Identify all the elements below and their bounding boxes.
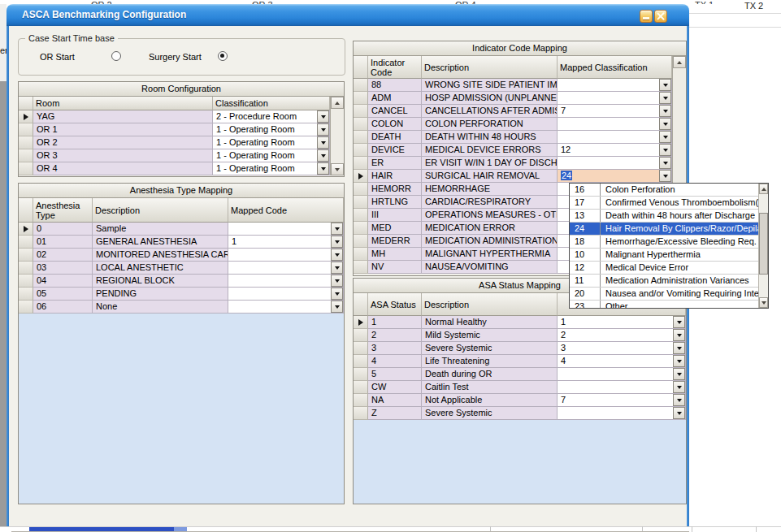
asa-status-cell[interactable]: CW [368,381,422,394]
column-header-anesthesia-type[interactable]: Anesthesia Type [33,198,93,223]
mapped-classification-combo[interactable] [558,92,672,105]
dropdown-button[interactable] [673,329,685,341]
mapped-classification-combo[interactable] [558,79,672,92]
dropdown-item[interactable]: 12 Medical Device Error [570,262,758,275]
asa-status-cell[interactable]: NA [368,394,422,407]
column-header-asa-status[interactable]: ASA Status [368,293,422,316]
indicator-code-cell[interactable]: HEMORR [368,183,422,196]
dropdown-item[interactable]: 13 Death within 48 hours after Discharge [570,210,758,223]
mapped-classification-combo[interactable]: 24 [558,170,672,183]
dropdown-item[interactable]: 20 Nausea and/or Vomiting Requiring Inte… [570,288,758,301]
anesthesia-type-cell[interactable]: 04 [33,275,93,288]
mapped-classification-combo[interactable] [558,157,672,170]
row-selector[interactable] [354,105,368,118]
dropdown-scrollbar[interactable] [758,184,768,308]
dropdown-button[interactable] [317,123,329,136]
dropdown-button[interactable] [673,381,685,393]
row-selector[interactable] [354,118,368,131]
column-header-mapped-classification[interactable]: Mapped Classification [558,56,672,79]
dropdown-button[interactable] [331,275,343,287]
row-selector[interactable] [354,248,368,261]
description-cell[interactable]: CANCELLATIONS AFTER ADMIS [422,105,558,118]
anesthesia-type-cell[interactable]: 0 [33,223,93,236]
radio-or-start[interactable] [111,51,121,61]
anesthesia-type-cell[interactable]: 01 [33,236,93,249]
scroll-down-button[interactable] [331,163,344,175]
mapped-combo[interactable]: 3 [558,342,686,355]
description-cell[interactable]: REGIONAL BLOCK [93,275,228,288]
description-cell[interactable]: GENERAL ANESTHESIA [93,236,228,249]
column-header-mapped-code[interactable]: Mapped Code [228,198,344,223]
asa-status-cell[interactable]: 3 [368,342,422,355]
scroll-up-button[interactable] [673,56,686,68]
row-selector[interactable] [354,92,368,105]
mapped-combo[interactable]: 1 [558,316,686,329]
row-selector[interactable] [19,301,33,314]
dropdown-button[interactable] [317,149,329,162]
mapped-classification-combo[interactable] [558,118,672,131]
description-cell[interactable]: ER VISIT W/IN 1 DAY OF DISCH [422,157,558,170]
dropdown-button[interactable] [331,301,343,313]
row-selector[interactable] [19,110,33,123]
description-cell[interactable]: Severe Systemic [422,407,558,420]
mapped-code-combo[interactable] [228,262,344,275]
row-selector[interactable] [354,131,368,144]
mapped-combo[interactable] [558,407,686,420]
room-cell[interactable]: OR 4 [33,162,213,175]
dropdown-item[interactable]: 10 Malignant Hyperthermia [570,249,758,262]
row-selector[interactable] [19,275,33,288]
indicator-code-cell[interactable]: ADM [368,92,422,105]
dropdown-button[interactable] [331,262,343,274]
mapped-code-combo[interactable] [228,301,344,314]
mapped-combo[interactable]: 7 [558,394,686,407]
indicator-code-cell[interactable]: MEDERR [368,235,422,248]
dropdown-item[interactable]: 16 Colon Perforation [570,184,758,197]
row-selector[interactable] [354,183,368,196]
anesthesia-type-cell[interactable]: 02 [33,249,93,262]
row-selector[interactable] [19,249,33,262]
radio-surgery-start[interactable] [218,51,228,61]
classification-combo[interactable]: 1 - Operating Room [213,149,330,162]
dropdown-button[interactable] [659,131,671,143]
description-cell[interactable]: LOCAL ANESTHETIC [93,262,228,275]
mapped-code-combo[interactable] [228,288,344,301]
description-cell[interactable]: DEATH WITHIN 48 HOURS [422,131,558,144]
row-selector[interactable] [19,288,33,301]
scroll-up-button[interactable] [759,184,768,194]
indicator-code-cell[interactable]: ER [368,157,422,170]
row-selector[interactable] [354,407,368,420]
indicator-code-cell[interactable]: DEVICE [368,144,422,157]
mapped-code-combo[interactable] [228,275,344,288]
indicator-code-cell[interactable]: MH [368,248,422,261]
asa-status-cell[interactable]: 4 [368,355,422,368]
indicator-code-cell[interactable]: III [368,209,422,222]
dropdown-button[interactable] [331,288,343,300]
row-selector[interactable] [19,162,33,175]
mapped-classification-combo[interactable]: 12 [558,144,672,157]
dropdown-button[interactable] [331,236,343,248]
indicator-code-cell[interactable]: CANCEL [368,105,422,118]
mapped-code-combo[interactable]: 1 [228,236,344,249]
anesthesia-type-cell[interactable]: 06 [33,301,93,314]
mapped-classification-combo[interactable]: 7 [558,105,672,118]
row-selector[interactable] [19,262,33,275]
indicator-code-cell[interactable]: COLON [368,118,422,131]
dropdown-button[interactable] [317,136,329,149]
row-selector[interactable] [19,136,33,149]
row-selector[interactable] [19,236,33,249]
indicator-code-cell[interactable]: MED [368,222,422,235]
room-cell[interactable]: YAG [33,110,213,123]
row-selector[interactable] [354,209,368,222]
close-button[interactable] [654,10,667,23]
dropdown-item[interactable]: 17 Confirmed Venous Thromboembolism(VTE) [570,197,758,210]
dropdown-button[interactable] [673,368,685,380]
mapped-combo[interactable] [558,368,686,381]
dropdown-button[interactable] [673,342,685,354]
dropdown-item[interactable]: 24 Hair Removal By Clippers/Razor/Depila… [570,223,758,236]
scroll-up-button[interactable] [331,97,344,109]
dropdown-button[interactable] [659,105,671,117]
column-header-indicator-code[interactable]: Indicator Code [368,56,422,79]
classification-combo[interactable]: 1 - Operating Room [213,162,330,175]
description-cell[interactable]: MEDICAL DEVICE ERRORS [422,144,558,157]
row-selector[interactable] [354,196,368,209]
